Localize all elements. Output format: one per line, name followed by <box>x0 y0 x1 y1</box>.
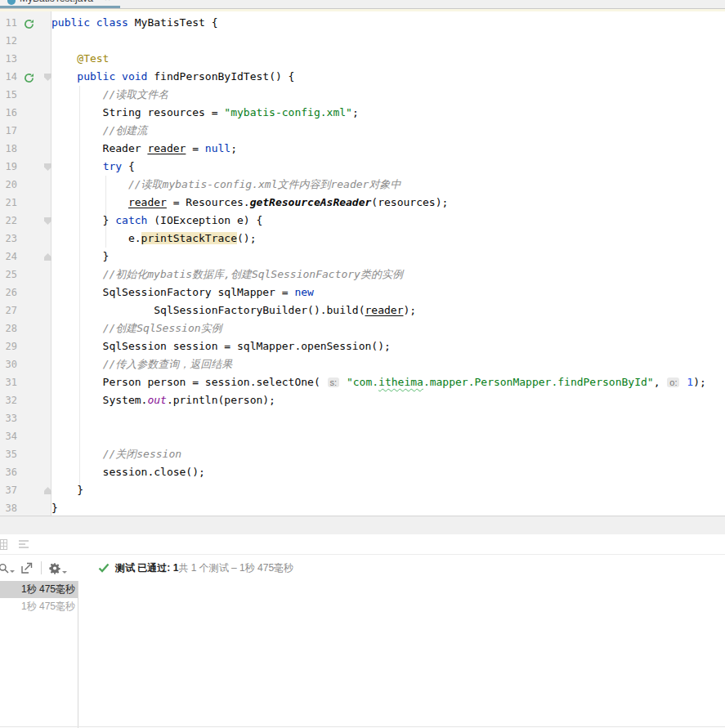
code-text: } <box>51 248 725 266</box>
line-number: 36 <box>0 463 17 481</box>
code-text: SqlSessionFactory sqlMapper = new <box>51 284 725 301</box>
panel-separator-band <box>0 516 725 534</box>
dropdown-caret-icon <box>62 571 67 574</box>
line-number: 14 <box>0 68 17 86</box>
code-line: 35 //关闭session <box>0 445 725 463</box>
test-status: 测试 已通过: 1 共 1 个测试 – 1秒 475毫秒 <box>98 561 293 575</box>
gutter-cell: 26 <box>0 284 51 301</box>
code-line: 34 <box>0 427 725 445</box>
fold-up-icon[interactable] <box>44 487 51 494</box>
gutter-cell: 11 <box>0 14 51 32</box>
code-line: 30 //传入参数查询，返回结果 <box>0 355 725 373</box>
code-line: 20 //读取mybatis-config.xml文件内容到reader对象中 <box>0 176 725 194</box>
code-line: 19 try { <box>0 158 725 176</box>
test-tree-row[interactable]: 1秒 475毫秒 <box>0 581 78 598</box>
search-icon[interactable] <box>0 563 15 574</box>
gutter-cell: 19 <box>0 158 51 176</box>
fold-up-icon[interactable] <box>44 253 51 261</box>
line-number: 17 <box>0 122 17 140</box>
code-text: reader = Resources.getResourceAsReader(r… <box>51 194 725 212</box>
code-line: 23 e.printStackTrace(); <box>0 230 725 248</box>
code-line: 15 //读取文件名 <box>0 86 725 104</box>
test-tree-row[interactable]: 1秒 475毫秒 <box>0 598 78 615</box>
code-line: 36 session.close(); <box>0 463 725 481</box>
list-lines-icon[interactable] <box>18 539 29 549</box>
gutter-cell: 27 <box>0 301 51 319</box>
line-number: 35 <box>0 445 17 463</box>
gutter-cell: 34 <box>0 427 51 445</box>
gutter-cell: 35 <box>0 445 51 463</box>
test-panel-toolbar: 测试 已通过: 1 共 1 个测试 – 1秒 475毫秒 <box>0 555 725 581</box>
gutter-cell: 32 <box>0 391 51 409</box>
code-line: 21 reader = Resources.getResourceAsReade… <box>0 194 725 212</box>
code-text: String resources = "mybatis-config.xml"; <box>51 104 725 122</box>
gutter-cell: 16 <box>0 104 51 122</box>
run-test-icon[interactable] <box>24 71 34 82</box>
editor-tab-bar: MyBatisTest.java × <box>0 0 725 9</box>
gutter-cell: 38 <box>0 499 51 516</box>
code-text: Person person = session.selectOne( s: "c… <box>51 373 725 391</box>
code-line: 16 String resources = "mybatis-config.xm… <box>0 104 725 122</box>
code-line: 17 //创建流 <box>0 122 725 140</box>
tree-splitter[interactable] <box>78 581 78 728</box>
code-line: 25 //初始化mybatis数据库,创建SqlSessionFactory类的… <box>0 266 725 284</box>
tab-mybatistest-java[interactable]: MyBatisTest.java × <box>0 0 120 9</box>
fold-down-icon[interactable] <box>44 163 51 171</box>
line-number: 16 <box>0 104 17 122</box>
code-text: } <box>51 499 725 516</box>
code-text: SqlSessionFactoryBuilder().build(reader)… <box>51 301 725 319</box>
gutter-cell: 12 <box>0 32 51 50</box>
code-editor[interactable]: 11public class MyBatisTest {1213 @Test14… <box>0 11 725 516</box>
run-test-icon[interactable] <box>24 17 34 28</box>
line-number: 25 <box>0 266 17 284</box>
line-number: 34 <box>0 427 17 445</box>
line-number: 15 <box>0 86 17 104</box>
line-number: 27 <box>0 301 17 319</box>
gutter-cell: 28 <box>0 319 51 337</box>
code-line: 29 SqlSession session = sqlMapper.openSe… <box>0 337 725 355</box>
line-number: 32 <box>0 391 17 409</box>
code-line: 33 <box>0 409 725 427</box>
test-status-passed-label: 测试 已通过: 1 <box>115 561 178 575</box>
code-text: Reader reader = null; <box>51 140 725 158</box>
code-text: //创建SqlSession实例 <box>51 319 725 337</box>
gutter-cell: 20 <box>0 176 51 194</box>
code-text: try { <box>51 158 725 176</box>
code-line: 18 Reader reader = null; <box>0 140 725 158</box>
line-number: 28 <box>0 319 17 337</box>
code-line: 37 } <box>0 481 725 499</box>
code-text: //初始化mybatis数据库,创建SqlSessionFactory类的实例 <box>51 266 725 284</box>
line-number: 38 <box>0 499 17 516</box>
gutter-cell: 30 <box>0 355 51 373</box>
line-number: 22 <box>0 212 17 230</box>
export-icon[interactable] <box>21 562 33 574</box>
gutter-cell: 22 <box>0 212 51 230</box>
gutter-cell: 24 <box>0 248 51 266</box>
line-number: 30 <box>0 355 17 373</box>
gutter-cell: 21 <box>0 194 51 212</box>
dropdown-caret-icon <box>10 570 15 573</box>
code-line: 13 @Test <box>0 50 725 68</box>
code-text: SqlSession session = sqlMapper.openSessi… <box>51 337 725 355</box>
fold-down-icon[interactable] <box>44 74 51 81</box>
code-line: 26 SqlSessionFactory sqlMapper = new <box>0 284 725 301</box>
table-icon[interactable] <box>0 539 7 550</box>
gutter-cell: 36 <box>0 463 51 481</box>
check-icon <box>98 563 110 573</box>
code-line: 28 //创建SqlSession实例 <box>0 319 725 337</box>
line-number: 26 <box>0 284 17 301</box>
tab-close-icon[interactable]: × <box>105 0 110 5</box>
code-line: 24 } <box>0 248 725 266</box>
line-number: 23 <box>0 230 17 248</box>
toolbar-separator <box>41 561 42 574</box>
java-class-icon <box>7 0 16 5</box>
fold-down-icon[interactable] <box>44 217 51 225</box>
code-line: 11public class MyBatisTest { <box>0 14 725 32</box>
code-line: 32 System.out.println(person); <box>0 391 725 409</box>
window-bottom-border <box>0 726 725 727</box>
code-text: //读取文件名 <box>51 86 725 104</box>
gear-icon[interactable] <box>49 562 67 574</box>
test-panel-secondary-toolbar <box>0 534 725 555</box>
line-number: 21 <box>0 194 17 212</box>
code-line: 31 Person person = session.selectOne( s:… <box>0 373 725 391</box>
